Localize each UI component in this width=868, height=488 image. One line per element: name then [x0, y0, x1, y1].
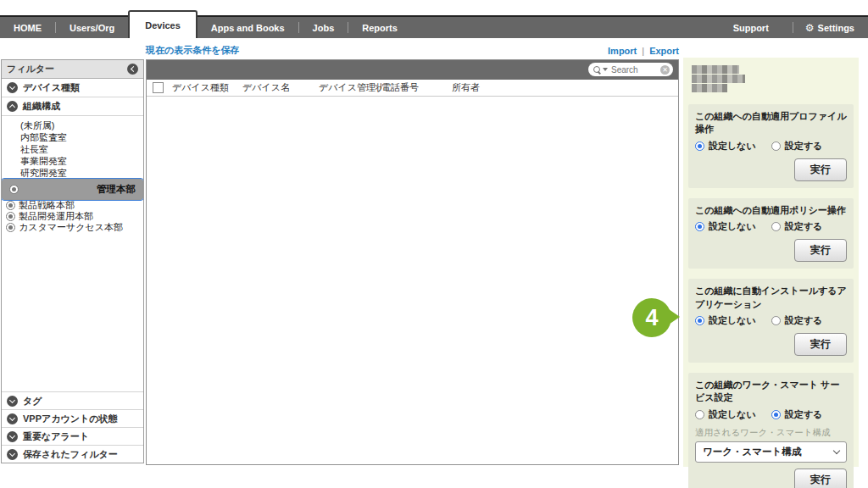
org-tree-item-president-office[interactable]: 社長室 — [2, 143, 143, 155]
radio-set[interactable] — [771, 410, 781, 419]
select-all-checkbox[interactable] — [153, 82, 164, 93]
radio-label[interactable]: 設定しない — [709, 140, 756, 152]
radio-set[interactable] — [771, 141, 781, 151]
radio-dont-set[interactable] — [695, 316, 704, 325]
collapse-panel-icon[interactable] — [127, 64, 138, 75]
org-tree-label: カスタマーサクセス本部 — [19, 223, 123, 232]
tree-expand-icon[interactable] — [9, 185, 19, 194]
radio-dont-set[interactable] — [695, 222, 704, 231]
org-tree-item-product-strategy[interactable]: 製品戦略本部 — [2, 200, 143, 211]
column-header-phone-number[interactable]: 電話番号 — [381, 81, 452, 94]
filter-section-label: タグ — [23, 395, 42, 408]
radio-set[interactable] — [771, 316, 781, 325]
tab-jobs[interactable]: Jobs — [299, 23, 348, 33]
search-input[interactable] — [609, 65, 659, 75]
chevron-up-icon — [7, 101, 18, 112]
tab-users-org[interactable]: Users/Org — [56, 23, 128, 33]
filter-section-label: デバイス種類 — [23, 81, 80, 94]
redacted-org-name — [692, 65, 854, 92]
export-link[interactable]: Export — [649, 46, 679, 56]
tab-devices-active[interactable]: Devices — [128, 10, 198, 38]
org-tree-item-admin-hq-selected[interactable]: 管理本部 — [2, 179, 143, 200]
org-tree-label: 製品開発運用本部 — [19, 212, 93, 221]
column-header-management-status[interactable]: デバイス管理状態 — [319, 81, 381, 94]
org-tree-item-business-dev[interactable]: 事業開発室 — [2, 155, 143, 167]
column-header-device-name[interactable]: デバイス名 — [242, 81, 319, 94]
tab-reports[interactable]: Reports — [348, 23, 411, 33]
org-tree-item-internal-audit[interactable]: 内部監査室 — [2, 131, 143, 143]
work-smart-config-label: 適用されるワーク・スマート構成 — [695, 427, 847, 439]
org-tree-label: 製品戦略本部 — [19, 201, 75, 210]
device-table: ✕ デバイス種類 デバイス名 デバイス管理状態 電話番号 所有者 — [146, 59, 679, 465]
org-tree-item-unassigned[interactable]: (未所属) — [2, 119, 143, 131]
filter-section-label: 重要なアラート — [23, 430, 89, 443]
work-smart-config-select[interactable]: ワーク・スマート構成 — [695, 441, 847, 463]
filter-section-org-structure[interactable]: 組織構成 — [2, 97, 143, 116]
filter-section-saved-filters[interactable]: 保存されたフィルター — [2, 445, 143, 463]
filter-title: フィルター — [7, 63, 54, 75]
filter-section-device-type[interactable]: デバイス種類 — [2, 79, 143, 97]
execute-button[interactable]: 実行 — [794, 333, 847, 356]
support-link[interactable]: Support — [720, 23, 782, 33]
column-header-device-type[interactable]: デバイス種類 — [172, 81, 242, 94]
chevron-down-icon — [833, 446, 840, 453]
section-title: この組織への自動適用プロファイル操作 — [695, 110, 847, 136]
execute-button[interactable]: 実行 — [794, 239, 847, 262]
radio-label[interactable]: 設定する — [785, 220, 823, 233]
chevron-down-icon — [7, 396, 18, 407]
execute-button[interactable]: 実行 — [794, 158, 847, 181]
settings-label: Settings — [818, 23, 854, 33]
filter-section-label: 保存されたフィルター — [23, 448, 118, 461]
chevron-down-icon — [7, 449, 18, 460]
settings-link[interactable]: ⚙ Settings — [804, 23, 856, 33]
gear-icon: ⚙ — [805, 23, 815, 33]
search-box[interactable]: ✕ — [588, 63, 673, 76]
org-settings-panel: この組織への自動適用プロファイル操作 設定しない 設定する 実行 この組織への自… — [683, 58, 859, 467]
filter-section-vpp-account[interactable]: VPPアカウントの状態 — [2, 409, 143, 427]
tab-apps-and-books[interactable]: Apps and Books — [198, 23, 298, 33]
radio-label[interactable]: 設定する — [785, 314, 823, 327]
section-title: この組織に自動インストールするアプリケーション — [695, 285, 847, 311]
org-tree-item-customer-success[interactable]: カスタマーサクセス本部 — [2, 222, 143, 233]
tree-expand-icon[interactable] — [6, 212, 15, 221]
chevron-down-icon — [7, 82, 18, 93]
radio-set[interactable] — [771, 222, 781, 231]
section-title: この組織のワーク・スマート サービス設定 — [695, 379, 847, 405]
chevron-down-icon — [7, 413, 18, 424]
auto-policy-section: この組織への自動適用ポリシー操作 設定しない 設定する 実行 — [688, 198, 854, 269]
step-4-badge: 4 — [632, 298, 671, 337]
tab-home[interactable]: HOME — [0, 23, 55, 33]
auto-install-apps-section: この組織に自動インストールするアプリケーション 設定しない 設定する 実行 — [688, 279, 854, 363]
radio-label[interactable]: 設定しない — [709, 408, 756, 421]
tree-expand-icon[interactable] — [6, 201, 15, 210]
radio-dont-set[interactable] — [695, 410, 704, 419]
app-window: HOME Users/Org Devices Apps and Books Jo… — [0, 0, 868, 488]
top-navigation: HOME Users/Org Devices Apps and Books Jo… — [0, 15, 868, 38]
work-smart-service-section: この組織のワーク・スマート サービス設定 設定しない 設定する 適用されるワーク… — [688, 373, 854, 488]
search-icon — [593, 66, 600, 73]
select-value: ワーク・スマート構成 — [703, 446, 801, 458]
org-tree-item-product-devops[interactable]: 製品開発運用本部 — [2, 211, 143, 222]
filter-sidebar: フィルター デバイス種類 組織構成 (未所属) 内部監査室 社長室 事業開発室 … — [1, 59, 144, 463]
radio-label[interactable]: 設定する — [785, 140, 823, 152]
section-title: この組織への自動適用ポリシー操作 — [695, 204, 847, 217]
org-tree: (未所属) 内部監査室 社長室 事業開発室 研究開発室 管理本部 製品戦略本部 … — [2, 116, 143, 391]
radio-label[interactable]: 設定しない — [709, 314, 756, 327]
tree-expand-icon[interactable] — [6, 223, 15, 232]
link-separator: | — [642, 46, 644, 56]
search-scope-caret-icon[interactable] — [603, 68, 608, 71]
import-link[interactable]: Import — [608, 46, 637, 56]
column-header-owner[interactable]: 所有者 — [452, 81, 678, 94]
radio-label[interactable]: 設定する — [785, 408, 823, 421]
save-view-link[interactable]: 現在の表示条件を保存 — [146, 44, 240, 57]
radio-label[interactable]: 設定しない — [709, 220, 756, 233]
org-tree-label: 管理本部 — [97, 185, 136, 194]
execute-button[interactable]: 実行 — [794, 469, 847, 488]
table-header-row: デバイス種類 デバイス名 デバイス管理状態 電話番号 所有者 — [147, 80, 678, 97]
radio-dont-set[interactable] — [695, 141, 704, 151]
filter-section-label: 組織構成 — [23, 100, 60, 113]
filter-section-important-alerts[interactable]: 重要なアラート — [2, 427, 143, 445]
org-tree-item-rnd[interactable]: 研究開発室 — [2, 167, 143, 179]
filter-section-tags[interactable]: タグ — [2, 391, 143, 409]
clear-search-icon[interactable]: ✕ — [660, 65, 670, 75]
